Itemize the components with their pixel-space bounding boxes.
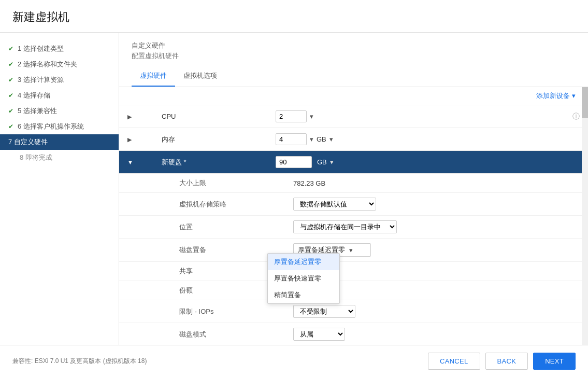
sidebar-step-5[interactable]: ✔5 选择兼容性 bbox=[0, 103, 119, 119]
storage-policy-value-container: 数据存储默认值 bbox=[293, 198, 580, 211]
add-device-link[interactable]: 添加新设备 ▾ bbox=[536, 91, 576, 101]
storage-policy-select[interactable]: 数据存储默认值 bbox=[293, 198, 376, 211]
expand-cpu-icon[interactable]: ▶ bbox=[127, 114, 132, 120]
sidebar-step-2[interactable]: ✔2 选择名称和文件夹 bbox=[0, 57, 119, 72]
tab-vm-options[interactable]: 虚拟机选项 bbox=[175, 67, 225, 87]
panel-header: 自定义硬件 配置虚拟机硬件 虚拟硬件 虚拟机选项 bbox=[119, 33, 588, 87]
memory-gb-dropdown[interactable]: ▾ bbox=[329, 135, 333, 143]
step-label-2: 2 选择名称和文件夹 bbox=[18, 60, 77, 69]
check-icon-5: ✔ bbox=[8, 107, 13, 115]
option-thick-eager[interactable]: 厚置备快速置零 bbox=[268, 270, 339, 287]
cpu-input[interactable] bbox=[276, 110, 307, 122]
option-thin[interactable]: 精简置备 bbox=[268, 287, 339, 303]
sub-row-storage-policy: 虚拟机存储策略 数据存储默认值 bbox=[119, 193, 588, 216]
check-icon-3: ✔ bbox=[8, 76, 13, 83]
tab-virtual-hardware[interactable]: 虚拟硬件 bbox=[132, 67, 175, 87]
provisioning-dropdown: 厚置备延迟置零 厚置备快速置零 精简置备 bbox=[267, 253, 340, 304]
sub-row-sharing: 共享 bbox=[119, 262, 588, 281]
tabs-row: 虚拟硬件 虚拟机选项 bbox=[132, 67, 576, 87]
sidebar-step-4[interactable]: ✔4 选择存储 bbox=[0, 88, 119, 103]
footer: 兼容性: ESXi 7.0 U1 及更高版本 (虚拟机版本 18) CANCEL… bbox=[0, 345, 588, 377]
sidebar: ✔1 选择创建类型✔2 选择名称和文件夹✔3 选择计算资源✔4 选择存储✔5 选… bbox=[0, 33, 119, 345]
check-icon-4: ✔ bbox=[8, 92, 13, 99]
cpu-dropdown-icon[interactable]: ▾ bbox=[310, 113, 313, 120]
memory-label: 内存 bbox=[162, 135, 175, 143]
back-button[interactable]: BACK bbox=[485, 353, 528, 370]
location-select[interactable]: 与虚拟机存储在同一目录中 bbox=[293, 220, 397, 233]
sidebar-step-3[interactable]: ✔3 选择计算资源 bbox=[0, 72, 119, 88]
maxsize-value: 782.23 GB bbox=[293, 179, 325, 187]
compat-text: 兼容性: ESXi 7.0 U1 及更高版本 (虚拟机版本 18) bbox=[12, 357, 147, 366]
next-button[interactable]: NEXT bbox=[533, 353, 576, 370]
iops-label: 限制 - IOPs bbox=[153, 300, 267, 323]
provisioning-value-container: 厚置备延迟置零 ▾ 厚置备延迟置零 厚置备快速置零 精简置备 bbox=[293, 243, 580, 257]
diskmode-value-container: 从属 bbox=[293, 328, 580, 341]
page-title: 新建虚拟机 bbox=[0, 0, 588, 33]
cpu-label: CPU bbox=[162, 113, 176, 120]
sub-row-provisioning: 磁盘置备 厚置备延迟置零 ▾ 厚置备延迟置零 bbox=[119, 239, 588, 262]
sidebar-step-1[interactable]: ✔1 选择创建类型 bbox=[0, 41, 119, 57]
main-panel: 自定义硬件 配置虚拟机硬件 虚拟硬件 虚拟机选项 添加新设备 ▾ bbox=[119, 33, 588, 345]
step-label-6: 6 选择客户机操作系统 bbox=[18, 122, 84, 131]
check-icon-2: ✔ bbox=[8, 61, 13, 68]
memory-value-container: ▾ GB ▾ bbox=[276, 133, 556, 145]
memory-input[interactable] bbox=[276, 133, 307, 145]
memory-unit-dropdown[interactable]: ▾ bbox=[310, 135, 313, 143]
provisioning-chevron: ▾ bbox=[349, 246, 353, 254]
disk-label: 新硬盘 * bbox=[162, 158, 187, 166]
diskmode-select[interactable]: 从属 bbox=[293, 328, 345, 341]
quota-label: 份额 bbox=[153, 281, 267, 300]
check-icon-1: ✔ bbox=[8, 45, 13, 52]
sub-row-location: 位置 与虚拟机存储在同一目录中 bbox=[119, 216, 588, 239]
provisioning-label: 磁盘置备 bbox=[153, 239, 267, 262]
memory-unit-label: GB bbox=[317, 135, 326, 143]
step-label-7: 7 自定义硬件 bbox=[8, 137, 48, 147]
sub-row-quota: 份额 bbox=[119, 281, 588, 300]
sidebar-step-6[interactable]: ✔6 选择客户机操作系统 bbox=[0, 119, 119, 134]
disk-unit-label: GB bbox=[317, 158, 327, 166]
expand-memory-icon[interactable]: ▶ bbox=[127, 136, 132, 143]
content-area: ✔1 选择创建类型✔2 选择名称和文件夹✔3 选择计算资源✔4 选择存储✔5 选… bbox=[0, 33, 588, 345]
storage-policy-label: 虚拟机存储策略 bbox=[153, 193, 267, 216]
hw-row-disk: ▼ 新硬盘 * GB ▾ bbox=[119, 151, 588, 174]
cancel-button[interactable]: CANCEL bbox=[428, 353, 480, 370]
step-label-4: 4 选择存储 bbox=[18, 91, 50, 100]
disk-size-input[interactable] bbox=[276, 156, 312, 168]
footer-buttons: CANCEL BACK NEXT bbox=[428, 353, 576, 370]
step-label-8: 8 即将完成 bbox=[20, 153, 52, 162]
iops-select[interactable]: 不受限制 bbox=[293, 305, 355, 318]
disk-value-container: GB ▾ bbox=[276, 156, 556, 168]
iops-value-container: 不受限制 bbox=[293, 305, 580, 318]
main-container: 新建虚拟机 ✔1 选择创建类型✔2 选择名称和文件夹✔3 选择计算资源✔4 选择… bbox=[0, 0, 588, 377]
hw-row-memory: ▶ 内存 ▾ GB ▾ bbox=[119, 128, 588, 151]
scroll-track[interactable] bbox=[582, 87, 588, 345]
hw-row-cpu: ▶ CPU ▾ bbox=[119, 105, 588, 128]
maxsize-label: 大小上限 bbox=[153, 174, 267, 193]
disk-unit-dropdown[interactable]: ▾ bbox=[330, 158, 334, 166]
panel-body[interactable]: 添加新设备 ▾ ▶ CPU bbox=[119, 87, 588, 345]
location-label: 位置 bbox=[153, 216, 267, 239]
cpu-info-icon[interactable]: ⓘ bbox=[572, 112, 580, 120]
cpu-value-container: ▾ bbox=[276, 110, 556, 122]
location-value-container: 与虚拟机存储在同一目录中 bbox=[293, 220, 580, 233]
sidebar-step-7[interactable]: 7 自定义硬件 bbox=[0, 134, 119, 150]
expand-disk-icon[interactable]: ▼ bbox=[127, 159, 133, 165]
panel-desc: 配置虚拟机硬件 bbox=[132, 51, 576, 61]
sub-row-iops: 限制 - IOPs 不受限制 bbox=[119, 300, 588, 323]
hardware-table: ▶ CPU ▾ bbox=[119, 105, 588, 345]
scroll-thumb[interactable] bbox=[582, 87, 588, 118]
sub-row-diskmode: 磁盘模式 从属 bbox=[119, 323, 588, 345]
step-label-1: 1 选择创建类型 bbox=[18, 44, 64, 53]
step-label-5: 5 选择兼容性 bbox=[18, 106, 57, 116]
sharing-label: 共享 bbox=[153, 262, 267, 281]
sub-row-maxsize: 大小上限 782.23 GB bbox=[119, 174, 588, 193]
add-device-bar: 添加新设备 ▾ bbox=[119, 87, 588, 105]
step-label-3: 3 选择计算资源 bbox=[18, 75, 64, 85]
panel-subtitle: 自定义硬件 bbox=[132, 41, 576, 50]
option-thick-lazy[interactable]: 厚置备延迟置零 bbox=[268, 254, 339, 270]
sidebar-step-8[interactable]: 8 即将完成 bbox=[0, 150, 119, 165]
check-icon-6: ✔ bbox=[8, 123, 13, 130]
diskmode-label: 磁盘模式 bbox=[153, 323, 267, 345]
